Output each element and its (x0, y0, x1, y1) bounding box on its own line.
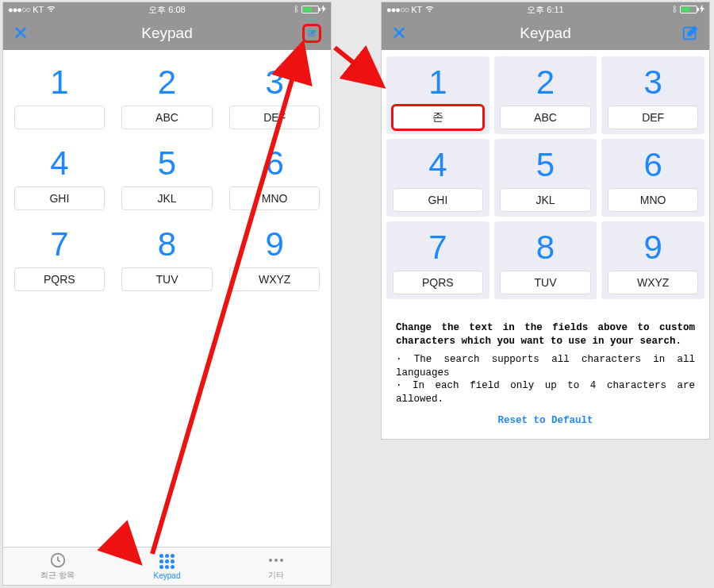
tab-bar: 최근 항목 Keypad 기타 (3, 547, 331, 585)
clock-icon (49, 551, 67, 569)
tab-keypad[interactable]: Keypad (113, 548, 222, 585)
key-field[interactable]: DEF (608, 106, 698, 129)
tab-more[interactable]: 기타 (221, 548, 331, 585)
status-left: ●●●○○ KT (386, 5, 435, 15)
key-field[interactable]: MNO (229, 186, 320, 210)
key-5[interactable]: 5JKL (117, 139, 217, 213)
key-2[interactable]: 2ABC (117, 58, 217, 133)
nav-bar: ✕ Keypad (3, 17, 331, 50)
info-bullet-1: · The search supports all characters in … (396, 353, 695, 380)
key-9[interactable]: 9WXYZ (601, 221, 704, 299)
digit: 5 (536, 144, 555, 183)
key-2[interactable]: 2ABC (494, 56, 597, 134)
key-3[interactable]: 3DEF (225, 58, 324, 133)
phone-right: ●●●○○ KT 오후 6:11 ✕ Keypad 1존 (381, 2, 710, 440)
digit: 7 (50, 223, 68, 263)
digit: 2 (158, 61, 176, 101)
info-section: Change the text in the fields above to c… (382, 313, 709, 439)
reset-to-default-button[interactable]: Reset to Default (396, 414, 695, 428)
digit: 4 (50, 142, 68, 182)
digit: 8 (536, 226, 555, 266)
digit: 6 (265, 142, 283, 182)
clock-label: 오후 6:11 (527, 4, 563, 16)
wifi-icon (46, 5, 56, 15)
keypad-icon (159, 553, 175, 571)
digit: 1 (428, 61, 447, 101)
digit: 8 (158, 223, 176, 263)
key-6[interactable]: 6MNO (601, 139, 704, 217)
clock-label: 오후 6:08 (148, 4, 185, 16)
charging-icon (321, 5, 326, 14)
info-main-text: Change the text in the fields above to c… (396, 321, 695, 348)
key-field[interactable]: WXYZ (608, 271, 698, 294)
carrier-label: KT (411, 5, 422, 14)
tab-label: Keypad (154, 571, 181, 580)
key-field[interactable]: DEF (229, 106, 320, 129)
key-field[interactable] (14, 106, 105, 129)
key-field[interactable]: GHI (393, 188, 483, 212)
digit: 4 (428, 144, 447, 183)
key-field[interactable]: JKL (121, 186, 212, 210)
key-1[interactable]: 1 (10, 58, 109, 133)
svg-line-5 (335, 48, 379, 83)
key-4[interactable]: 4GHI (386, 139, 489, 217)
status-bar: ●●●○○ KT 오후 6:11 (382, 2, 709, 17)
close-button[interactable]: ✕ (391, 22, 407, 44)
status-left: ●●●○○ KT (8, 5, 56, 15)
edit-button[interactable] (681, 24, 700, 43)
key-5[interactable]: 5JKL (494, 139, 597, 217)
key-field[interactable]: ABC (500, 106, 590, 129)
digit: 3 (265, 61, 283, 101)
nav-title: Keypad (141, 25, 192, 42)
key-9[interactable]: 9WXYZ (225, 220, 324, 294)
status-right (294, 5, 326, 15)
key-field[interactable]: 존 (393, 106, 483, 129)
battery-icon (301, 6, 319, 13)
key-field[interactable]: ABC (121, 106, 212, 129)
digit: 9 (265, 223, 283, 263)
charging-icon (700, 5, 704, 14)
key-field[interactable]: JKL (500, 188, 590, 212)
digit: 3 (643, 61, 662, 101)
wifi-icon (424, 5, 435, 15)
digit: 1 (50, 61, 68, 101)
status-bar: ●●●○○ KT 오후 6:08 (3, 2, 331, 17)
bluetooth-icon (672, 5, 678, 15)
digit: 6 (643, 144, 662, 183)
phone-left: ●●●○○ KT 오후 6:08 ✕ Keypad 1 (2, 2, 332, 586)
status-right (672, 5, 704, 15)
digit: 5 (158, 142, 176, 182)
key-field[interactable]: PQRS (14, 267, 105, 291)
signal-dots-icon: ●●●○○ (8, 5, 30, 14)
key-1[interactable]: 1존 (386, 56, 489, 134)
more-icon (269, 551, 283, 569)
info-bullet-2: · In each field only up to 4 characters … (396, 379, 695, 406)
key-7[interactable]: 7PQRS (386, 221, 489, 299)
digit: 9 (643, 226, 662, 266)
key-field[interactable]: TUV (121, 267, 212, 291)
digit: 7 (428, 226, 447, 266)
close-button[interactable]: ✕ (13, 22, 29, 44)
key-6[interactable]: 6MNO (225, 139, 324, 213)
battery-icon (680, 6, 697, 13)
tab-label: 최근 항목 (40, 570, 75, 581)
key-field[interactable]: GHI (14, 186, 105, 210)
signal-dots-icon: ●●●○○ (386, 5, 409, 14)
key-4[interactable]: 4GHI (10, 139, 109, 213)
bluetooth-icon (294, 5, 299, 15)
tab-recents[interactable]: 최근 항목 (3, 548, 113, 585)
digit: 2 (536, 61, 555, 101)
key-field[interactable]: TUV (500, 271, 590, 294)
keypad-grid: 1 2ABC 3DEF 4GHI 5JKL 6MNO 7PQRS 8TUV 9W… (3, 50, 331, 547)
key-8[interactable]: 8TUV (117, 220, 217, 294)
key-field[interactable]: PQRS (393, 271, 483, 294)
edit-button[interactable] (302, 24, 321, 43)
key-3[interactable]: 3DEF (601, 56, 704, 134)
key-field[interactable]: WXYZ (229, 267, 320, 291)
nav-title: Keypad (520, 25, 570, 42)
nav-bar: ✕ Keypad (382, 17, 709, 50)
tab-label: 기타 (268, 570, 284, 581)
key-8[interactable]: 8TUV (494, 221, 597, 299)
key-field[interactable]: MNO (608, 188, 698, 212)
key-7[interactable]: 7PQRS (10, 220, 109, 294)
